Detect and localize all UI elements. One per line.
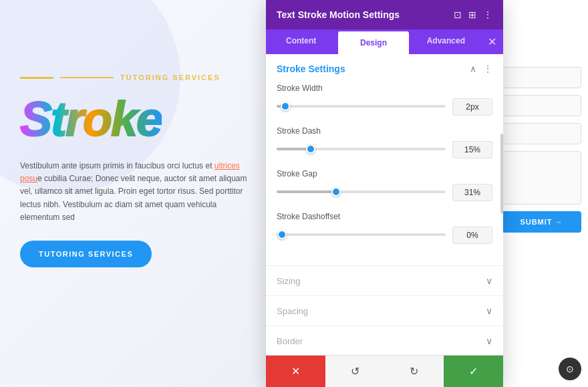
stroke-gap-control bbox=[277, 184, 492, 201]
form-textarea bbox=[502, 151, 581, 205]
stroke-gap-value[interactable] bbox=[452, 184, 492, 201]
undo-button[interactable]: ↺ bbox=[325, 356, 385, 387]
redo-button[interactable]: ↻ bbox=[385, 356, 444, 387]
submit-button[interactable]: SUBMIT → bbox=[502, 211, 581, 233]
tab-advanced[interactable]: Advanced bbox=[411, 29, 481, 54]
collapse-icon[interactable]: ∧ bbox=[470, 63, 476, 74]
stroke-dashoffset-slider[interactable] bbox=[277, 233, 446, 237]
tab-content[interactable]: Content bbox=[266, 29, 336, 54]
stroke-width-row: Stroke Width bbox=[277, 84, 492, 116]
stroke-dashoffset-row: Stroke Dashoffset bbox=[277, 212, 492, 244]
tab-design[interactable]: Design bbox=[338, 31, 408, 54]
save-button[interactable]: ✓ bbox=[444, 356, 503, 387]
stroke-dash-value[interactable] bbox=[452, 141, 492, 158]
stroke-gap-row: Stroke Gap bbox=[277, 169, 492, 201]
stroke-text: Stroke bbox=[20, 92, 162, 146]
tutoring-label: TUTORING SERVICES bbox=[120, 74, 220, 82]
stroke-gap-label: Stroke Gap bbox=[277, 169, 492, 178]
stroke-gap-slider[interactable] bbox=[277, 190, 446, 195]
stroke-width-label: Stroke Width bbox=[277, 84, 492, 93]
border-chevron-icon: ∨ bbox=[486, 336, 492, 346]
settings-body: Stroke Width Stroke Dash bbox=[266, 84, 503, 265]
stroke-dash-control bbox=[277, 141, 492, 158]
sizing-label: Sizing bbox=[277, 276, 300, 286]
stroke-width-slider[interactable] bbox=[277, 105, 446, 109]
form-field-3 bbox=[502, 123, 581, 144]
columns-icon[interactable]: ⊞ bbox=[468, 9, 476, 20]
stroke-dash-row: Stroke Dash bbox=[277, 126, 492, 158]
more-options-icon[interactable]: ⋮ bbox=[483, 9, 492, 20]
form-field-1 bbox=[502, 67, 581, 88]
stroke-settings-section: Stroke Settings ∧ ⋮ Stroke Width bbox=[266, 54, 503, 266]
section-header: Stroke Settings ∧ ⋮ bbox=[266, 54, 503, 84]
right-form-panel: SUBMIT → bbox=[494, 0, 588, 387]
preview-body-text: Vestibulum ante ipsum primis in faucibus… bbox=[20, 160, 247, 224]
tutoring-button[interactable]: TUTORING SERVICES bbox=[20, 241, 152, 267]
stroke-text-wrapper: Stroke bbox=[20, 92, 162, 160]
sizing-chevron-icon: ∨ bbox=[486, 275, 492, 286]
scrollbar-handle[interactable] bbox=[500, 134, 503, 214]
stroke-width-value[interactable] bbox=[452, 98, 492, 116]
section-icons: ∧ ⋮ bbox=[470, 63, 492, 74]
tutoring-line-short bbox=[20, 77, 53, 79]
spacing-label: Spacing bbox=[277, 306, 308, 316]
stroke-dash-slider[interactable] bbox=[277, 148, 446, 152]
stroke-dash-label: Stroke Dash bbox=[277, 126, 492, 136]
cancel-button[interactable]: ✕ bbox=[266, 356, 325, 387]
stroke-settings-title: Stroke Settings bbox=[277, 63, 345, 74]
modal-header: Text Stroke Motion Settings ⊡ ⊞ ⋮ bbox=[266, 0, 503, 29]
inline-link[interactable]: ultrices posu bbox=[20, 161, 240, 183]
settings-modal: Text Stroke Motion Settings ⊡ ⊞ ⋮ Conten… bbox=[266, 0, 503, 387]
stroke-dashoffset-label: Stroke Dashoffset bbox=[277, 212, 492, 221]
modal-title: Text Stroke Motion Settings bbox=[277, 9, 400, 20]
floating-action-button[interactable]: ⊙ bbox=[559, 358, 581, 380]
website-preview: TUTORING SERVICES Stroke Vestibulum ante… bbox=[0, 0, 267, 387]
expand-icon[interactable]: ⊡ bbox=[454, 9, 462, 20]
spacing-section[interactable]: Spacing ∨ bbox=[266, 296, 503, 326]
sizing-section[interactable]: Sizing ∨ bbox=[266, 266, 503, 296]
modal-header-icons: ⊡ ⊞ ⋮ bbox=[454, 9, 492, 20]
stroke-width-control bbox=[277, 98, 492, 116]
border-label: Border bbox=[277, 336, 303, 346]
modal-tabs: Content Design Advanced ✕ bbox=[266, 29, 503, 54]
form-field-2 bbox=[502, 95, 581, 116]
tutoring-line-long bbox=[60, 77, 114, 78]
modal-body: Stroke Settings ∧ ⋮ Stroke Width bbox=[266, 54, 503, 355]
modal-footer: ✕ ↺ ↻ ✓ bbox=[266, 355, 503, 387]
stroke-dashoffset-value[interactable] bbox=[452, 227, 492, 244]
stroke-dashoffset-control bbox=[277, 227, 492, 244]
border-section[interactable]: Border ∨ bbox=[266, 326, 503, 355]
spacing-chevron-icon: ∨ bbox=[486, 305, 492, 316]
section-more-icon[interactable]: ⋮ bbox=[483, 63, 492, 74]
tab-close-button[interactable]: ✕ bbox=[481, 29, 503, 54]
tutoring-label-row: TUTORING SERVICES bbox=[20, 74, 247, 82]
